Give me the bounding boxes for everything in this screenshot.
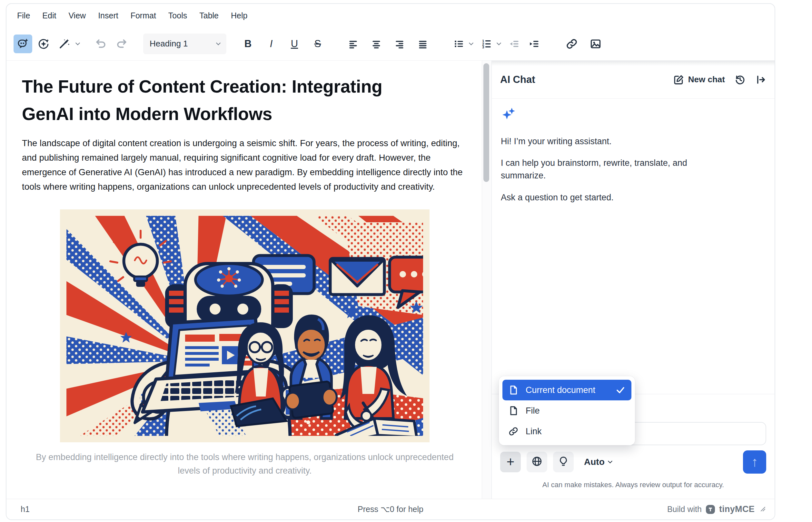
context-menu-item-file[interactable]: File: [502, 400, 631, 421]
format-select-chevron-icon: [216, 41, 221, 45]
strikethrough-icon: S: [314, 38, 321, 50]
lightbulb-icon: [558, 456, 569, 468]
context-menu-item-link[interactable]: Link: [502, 421, 631, 442]
bold-button[interactable]: B: [238, 35, 257, 53]
menu-format[interactable]: Format: [125, 8, 162, 23]
document-illustration[interactable]: [60, 209, 430, 442]
model-select-chevron-icon: [608, 459, 612, 463]
context-menu-item-current-document[interactable]: Current document: [502, 380, 631, 400]
italic-button[interactable]: I: [262, 35, 280, 53]
align-right-icon: [393, 38, 406, 50]
align-justify-button[interactable]: [413, 35, 432, 53]
chat-messages: Hi! I’m your writing assistant. I can he…: [492, 99, 775, 221]
numbered-list-chevron-icon[interactable]: [497, 41, 501, 45]
undo-button[interactable]: [91, 35, 110, 53]
menu-table[interactable]: Table: [194, 8, 224, 23]
suggestions-button[interactable]: [553, 452, 574, 472]
resize-grip-icon[interactable]: [758, 505, 766, 514]
new-chat-label: New chat: [688, 75, 725, 84]
menu-tools[interactable]: Tools: [163, 8, 192, 23]
figure-caption[interactable]: By embedding intelligence directly into …: [25, 451, 464, 478]
italic-icon: I: [270, 38, 273, 50]
svg-text:3: 3: [482, 45, 484, 49]
menu-help[interactable]: Help: [225, 8, 253, 23]
outdent-icon: [508, 38, 520, 50]
align-center-button[interactable]: [367, 35, 386, 53]
ai-tools-chevron-icon[interactable]: [76, 41, 80, 45]
align-justify-icon: [417, 38, 429, 50]
menu-insert[interactable]: Insert: [92, 8, 124, 23]
chat-history-button[interactable]: [735, 74, 746, 85]
format-select-value: Heading 1: [150, 39, 188, 49]
document-title[interactable]: The Future of Content Creation: Integrat…: [22, 73, 432, 128]
tinymce-logo-icon: [706, 505, 715, 514]
link-icon: [508, 426, 519, 437]
bullet-list-button[interactable]: [450, 35, 468, 53]
indent-button[interactable]: [525, 35, 544, 53]
insert-image-button[interactable]: [586, 35, 605, 53]
sparkles-icon: [501, 107, 766, 125]
menu-file[interactable]: File: [12, 8, 36, 23]
context-menu: Current document File Link: [499, 376, 635, 445]
context-menu-item-label: File: [526, 406, 540, 416]
outdent-button[interactable]: [505, 35, 524, 53]
send-button[interactable]: ↑: [743, 450, 766, 474]
chat-header: AI Chat New chat: [492, 61, 775, 99]
undo-icon: [95, 38, 107, 50]
chat-message: Hi! I’m your writing assistant.: [501, 135, 727, 148]
underline-icon: U: [291, 38, 298, 50]
format-select[interactable]: Heading 1: [143, 34, 226, 54]
document-icon: [508, 385, 519, 395]
document-paragraph[interactable]: The landscape of digital content creatio…: [22, 136, 467, 194]
menubar: File Edit View Insert Format Tools Table…: [6, 4, 775, 27]
compose-icon: [673, 74, 684, 85]
statusbar: h1 Press ⌥0 for help Build with tinyMCE: [6, 499, 775, 519]
ai-chat-button[interactable]: [14, 35, 32, 53]
brand-prefix: Build with: [667, 505, 702, 514]
link-icon: [566, 38, 578, 50]
editor-window: File Edit View Insert Format Tools Table…: [6, 3, 775, 520]
file-icon: [508, 405, 519, 416]
editor-scrollbar[interactable]: [482, 61, 492, 499]
image-icon: [589, 38, 602, 50]
bullet-list-icon: [453, 38, 465, 50]
editor-scrollbar-thumb[interactable]: [483, 63, 489, 182]
bullet-list-chevron-icon[interactable]: [469, 41, 473, 45]
numbered-list-button[interactable]: 1 2 3: [477, 35, 496, 53]
align-right-button[interactable]: [390, 35, 409, 53]
model-select[interactable]: Auto: [584, 457, 612, 467]
chat-title: AI Chat: [500, 74, 535, 85]
ai-chat-panel: AI Chat New chat: [492, 61, 775, 499]
new-chat-button[interactable]: New chat: [673, 74, 725, 85]
add-context-button[interactable]: +: [500, 452, 521, 472]
underline-button[interactable]: U: [285, 35, 304, 53]
insert-link-button[interactable]: [562, 35, 581, 53]
ai-disclaimer: AI can make mistakes. Always review outp…: [500, 481, 766, 489]
model-select-value: Auto: [584, 457, 605, 467]
brand-name[interactable]: tinyMCE: [719, 504, 755, 514]
globe-icon: [532, 456, 542, 468]
align-left-button[interactable]: [344, 35, 362, 53]
chat-message: I can help you brainstorm, rewrite, tran…: [501, 157, 727, 182]
web-search-button[interactable]: [527, 452, 547, 472]
ai-shortcuts-button[interactable]: [34, 35, 53, 53]
check-icon: [615, 385, 626, 395]
magic-wand-icon: [58, 38, 70, 50]
numbered-list-icon: 1 2 3: [480, 38, 493, 50]
align-left-icon: [347, 38, 359, 50]
ai-chat-bubble-icon: [17, 38, 29, 50]
editor-canvas[interactable]: The Future of Content Creation: Integrat…: [6, 61, 482, 499]
toolbar: Heading 1 B I U S: [6, 27, 775, 61]
arrow-up-icon: ↑: [751, 455, 758, 469]
redo-button[interactable]: [112, 35, 131, 53]
ai-sparkle-circle-icon: [37, 38, 50, 50]
plus-icon: +: [507, 455, 515, 469]
context-menu-item-label: Link: [526, 426, 542, 437]
menu-view[interactable]: View: [63, 8, 91, 23]
ai-tools-button[interactable]: [55, 35, 74, 53]
close-sidebar-icon[interactable]: [755, 74, 766, 85]
strikethrough-button[interactable]: S: [308, 35, 327, 53]
menu-edit[interactable]: Edit: [37, 8, 62, 23]
help-shortcut-text: Press ⌥0 for help: [6, 505, 775, 514]
chat-message: Ask a question to get started.: [501, 191, 727, 204]
